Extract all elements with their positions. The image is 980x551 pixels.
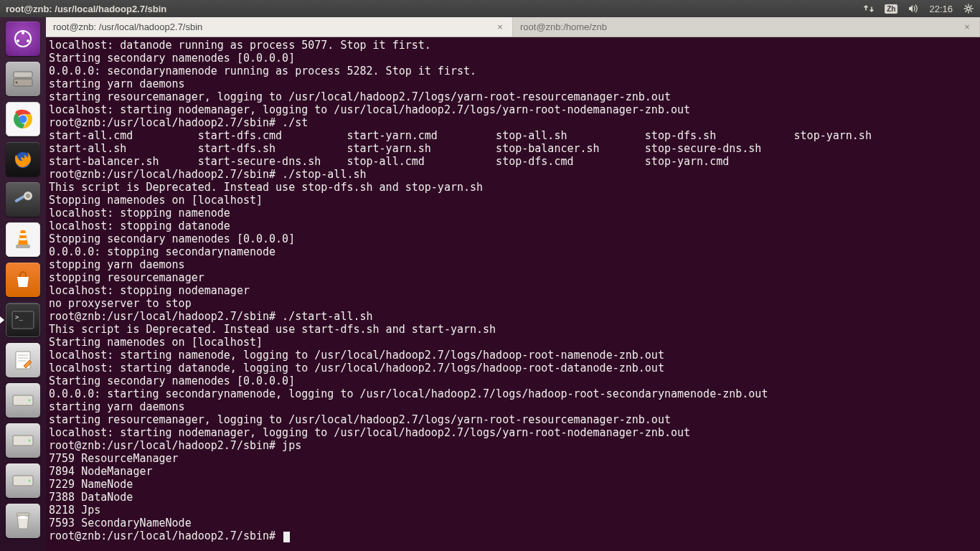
system-tray: Zh 22:16	[863, 3, 974, 14]
svg-point-14	[26, 194, 30, 198]
close-icon[interactable]: ×	[962, 22, 972, 32]
unity-launcher: >_	[0, 17, 46, 551]
terminal-cursor	[283, 532, 290, 542]
launcher-trash[interactable]	[4, 502, 42, 540]
launcher-text-editor[interactable]	[4, 342, 42, 379]
svg-point-0	[967, 7, 970, 10]
svg-rect-16	[19, 238, 27, 240]
svg-point-25	[29, 400, 31, 402]
launcher-firefox[interactable]	[4, 141, 42, 178]
svg-rect-17	[16, 245, 30, 248]
svg-rect-30	[17, 513, 29, 516]
tab-title: root@znb:/home/znb	[520, 22, 962, 32]
terminal-tab-inactive[interactable]: root@znb:/home/znb ×	[513, 17, 980, 37]
launcher-disk-2[interactable]	[4, 422, 42, 459]
launcher-chrome[interactable]	[4, 100, 42, 138]
svg-point-31	[18, 516, 28, 519]
gear-icon[interactable]	[963, 3, 974, 14]
launcher-software-center[interactable]	[4, 261, 42, 298]
launcher-vlc[interactable]	[4, 221, 42, 258]
svg-point-4	[17, 39, 19, 42]
tab-title: root@znb: /usr/local/hadoop2.7/sbin	[53, 22, 495, 32]
launcher-terminal[interactable]: >_	[4, 301, 42, 339]
terminal-tab-active[interactable]: root@znb: /usr/local/hadoop2.7/sbin ×	[46, 17, 513, 37]
window-title: root@znb: /usr/local/hadoop2.7/sbin	[6, 4, 863, 14]
launcher-disk-1[interactable]	[4, 382, 42, 419]
launcher-files[interactable]	[4, 60, 42, 98]
terminal-tab-bar: root@znb: /usr/local/hadoop2.7/sbin × ro…	[46, 17, 980, 37]
svg-point-27	[29, 440, 31, 442]
close-icon[interactable]: ×	[495, 22, 505, 32]
svg-point-7	[16, 82, 18, 84]
top-menu-bar: root@znb: /usr/local/hadoop2.7/sbin Zh 2…	[0, 0, 980, 17]
svg-rect-5	[14, 72, 32, 77]
input-method-indicator[interactable]: Zh	[885, 4, 897, 14]
launcher-disk-3[interactable]	[4, 462, 42, 499]
terminal-output[interactable]: localhost: datanode running as process 5…	[46, 37, 980, 551]
svg-point-2	[22, 32, 24, 34]
launcher-dash[interactable]	[4, 20, 42, 57]
svg-text:>_: >_	[15, 314, 23, 321]
svg-point-3	[27, 39, 29, 42]
launcher-media-tool[interactable]	[4, 181, 42, 218]
terminal-window: root@znb: /usr/local/hadoop2.7/sbin × ro…	[46, 17, 980, 551]
svg-rect-15	[20, 233, 26, 235]
clock[interactable]: 22:16	[929, 4, 953, 14]
svg-point-29	[29, 480, 31, 482]
network-icon[interactable]	[863, 3, 875, 14]
sound-icon[interactable]	[908, 3, 919, 14]
